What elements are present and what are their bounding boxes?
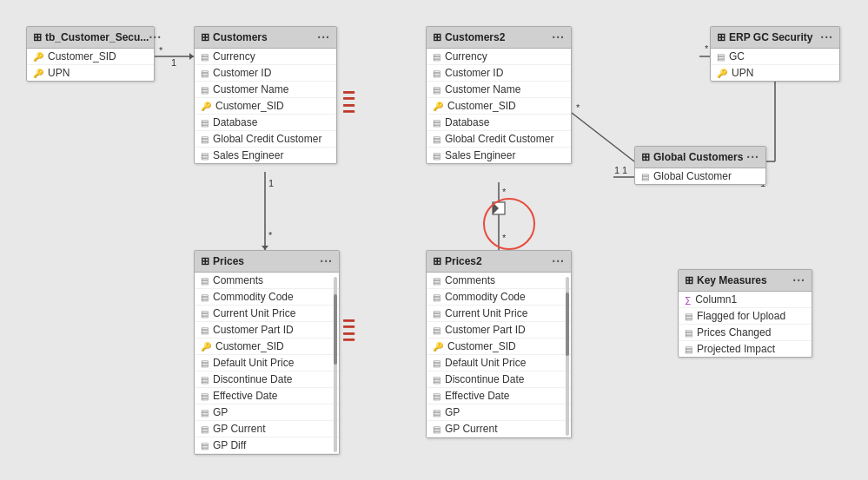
row-c2-database: ▤ Database: [427, 115, 571, 131]
table-icon-prices: ⊞: [201, 255, 209, 267]
svg-text:1: 1: [614, 165, 620, 175]
row-c2-customername: ▤ Customer Name: [427, 82, 571, 98]
table-icon-keymeasures: ⊞: [685, 274, 693, 286]
svg-text:*: *: [705, 43, 709, 54]
row-erp-gc: ▤ GC: [711, 49, 839, 65]
table-icon-row: ▤: [201, 135, 209, 144]
row-customer-sid: 🔑 Customer_SID: [27, 49, 154, 65]
table-customers2-header: ⊞ Customers2 ···: [427, 27, 571, 49]
row-customers-database: ▤ Database: [195, 115, 336, 131]
table-tb-customer-secu: ⊞ tb_Customer_Secu... ··· 🔑 Customer_SID…: [26, 26, 155, 82]
row-customers-customername: ▤ Customer Name: [195, 82, 336, 98]
row-prices-gpcurrent: ▤GP Current: [195, 421, 339, 437]
row-p2-gp: ▤GP: [427, 404, 571, 421]
table-prices2-title: Prices2: [445, 255, 482, 267]
row-p2-sid: 🔑Customer_SID: [427, 339, 571, 355]
table-icon-prices2: ⊞: [433, 255, 441, 267]
row-prices-gp: ▤GP: [195, 404, 339, 421]
row-customers-sid: 🔑 Customer_SID: [195, 98, 336, 115]
table-keymeasures-menu[interactable]: ···: [792, 273, 805, 287]
table-icon-erp: ⊞: [717, 31, 726, 43]
row-prices-discontinue: ▤Discontinue Date: [195, 372, 339, 388]
table-globalcust-menu[interactable]: ···: [746, 150, 759, 164]
table-prices2-menu[interactable]: ···: [552, 254, 565, 268]
row-globalcust-globalcustomer: ▤ Global Customer: [635, 168, 765, 184]
table-tb-customer-secu-menu[interactable]: ···: [149, 30, 162, 44]
table-icon-globalcust: ⊞: [641, 151, 650, 163]
table-keymeasures-title: Key Measures: [697, 274, 767, 286]
row-prices-comments: ▤Comments: [195, 273, 339, 289]
table-keymeasures-header: ⊞ Key Measures ···: [679, 270, 812, 292]
row-c2-sid: 🔑 Customer_SID: [427, 98, 571, 115]
row-erp-upn: 🔑 UPN: [711, 65, 839, 81]
svg-text:*: *: [268, 230, 273, 240]
table-erp-title: ERP GC Security: [729, 31, 812, 43]
table-prices2-header: ⊞ Prices2 ···: [427, 251, 571, 273]
row-km-priceschanged: ▤Prices Changed: [679, 325, 812, 341]
svg-text:*: *: [576, 102, 580, 113]
row-prices-gpdiff: ▤GP Diff: [195, 437, 339, 454]
row-km-column1: ∑Column1: [679, 292, 812, 308]
table-prices-title: Prices: [213, 255, 244, 267]
row-km-flagged: ▤Flagged for Upload: [679, 308, 812, 325]
svg-marker-22: [493, 202, 499, 214]
svg-text:*: *: [502, 187, 507, 197]
row-prices-effectivedate: ▤Effective Date: [195, 388, 339, 404]
table-customers-menu[interactable]: ···: [317, 30, 330, 44]
row-p2-currentunit: ▤Current Unit Price: [427, 306, 571, 322]
table-prices-menu[interactable]: ···: [320, 254, 333, 268]
key-icon-2: 🔑: [33, 69, 43, 78]
row-customers-salesengineer: ▤ Sales Engineer: [195, 148, 336, 163]
svg-rect-21: [493, 202, 505, 214]
table-tb-customer-secu-header: ⊞ tb_Customer_Secu... ···: [27, 27, 154, 49]
row-prices-customerpartid: ▤Customer Part ID: [195, 322, 339, 339]
table-customers: ⊞ Customers ··· ▤ Currency ▤ Customer ID…: [194, 26, 337, 164]
table-tb-customer-secu-title: tb_Customer_Secu...: [45, 31, 149, 43]
row-p2-customerpartid: ▤Customer Part ID: [427, 322, 571, 339]
table-customers2-menu[interactable]: ···: [552, 30, 565, 44]
table-globalcust-header: ⊞ Global Customers ···: [635, 147, 765, 168]
row-c2-globalcredit: ▤ Global Credit Customer: [427, 131, 571, 148]
row-p2-comments: ▤Comments: [427, 273, 571, 289]
row-p2-discontinue: ▤Discontinue Date: [427, 372, 571, 388]
row-km-projectedimpact: ▤Projected Impact: [679, 341, 812, 357]
table-icon-row: ▤: [201, 151, 209, 161]
svg-line-11: [572, 113, 634, 161]
row-c2-currency: ▤ Currency: [427, 49, 571, 65]
svg-text:*: *: [159, 45, 163, 56]
row-prices-commoditycode: ▤Commodity Code: [195, 289, 339, 306]
table-prices-header: ⊞ Prices ···: [195, 251, 339, 273]
table-icon-row: ▤: [201, 85, 209, 95]
svg-text:1: 1: [622, 165, 627, 175]
row-p2-effectivedate: ▤Effective Date: [427, 388, 571, 404]
equals-sign-2b: =: [342, 324, 355, 351]
row-prices-currentunit: ▤Current Unit Price: [195, 306, 339, 322]
key-icon-1: 🔑: [33, 52, 43, 62]
table-icon-row: ▤: [201, 69, 209, 78]
table-customers2: ⊞ Customers2 ··· ▤ Currency ▤ Customer I…: [426, 26, 572, 164]
table-erp-menu[interactable]: ···: [820, 30, 833, 44]
svg-text:1: 1: [268, 178, 274, 188]
row-customers-currency: ▤ Currency: [195, 49, 336, 65]
row-upn: 🔑 UPN: [27, 65, 154, 81]
svg-text:*: *: [502, 233, 507, 243]
table-prices2: ⊞ Prices2 ··· ▤Comments ▤Commodity Code …: [426, 250, 572, 438]
table-key-measures: ⊞ Key Measures ··· ∑Column1 ▤Flagged for…: [678, 269, 812, 358]
table-globalcust-title: Global Customers: [653, 151, 743, 163]
table-icon-customers: ⊞: [201, 31, 209, 43]
table-icon-customers2: ⊞: [433, 31, 441, 43]
svg-text:1: 1: [171, 57, 176, 68]
row-c2-customerid: ▤ Customer ID: [427, 65, 571, 82]
key-icon-customers-sid: 🔑: [201, 102, 211, 111]
table-erp-gc-security: ⊞ ERP GC Security ··· ▤ GC 🔑 UPN: [710, 26, 840, 82]
row-customers-customerid: ▤ Customer ID: [195, 65, 336, 82]
table-customers2-title: Customers2: [445, 31, 505, 43]
equals-sign-1b: =: [342, 95, 355, 122]
row-p2-gpcurrent: ▤GP Current: [427, 421, 571, 437]
table-icon-tb-customer-secu: ⊞: [33, 31, 42, 43]
diagram-canvas: * 1 1 * * * * 1 * 1 1 ⊞: [0, 0, 868, 480]
table-customers-header: ⊞ Customers ···: [195, 27, 336, 49]
row-customers-globalcredit: ▤ Global Credit Customer: [195, 131, 336, 148]
row-prices-sid: 🔑Customer_SID: [195, 339, 339, 355]
row-p2-defaultunit: ▤Default Unit Price: [427, 355, 571, 372]
